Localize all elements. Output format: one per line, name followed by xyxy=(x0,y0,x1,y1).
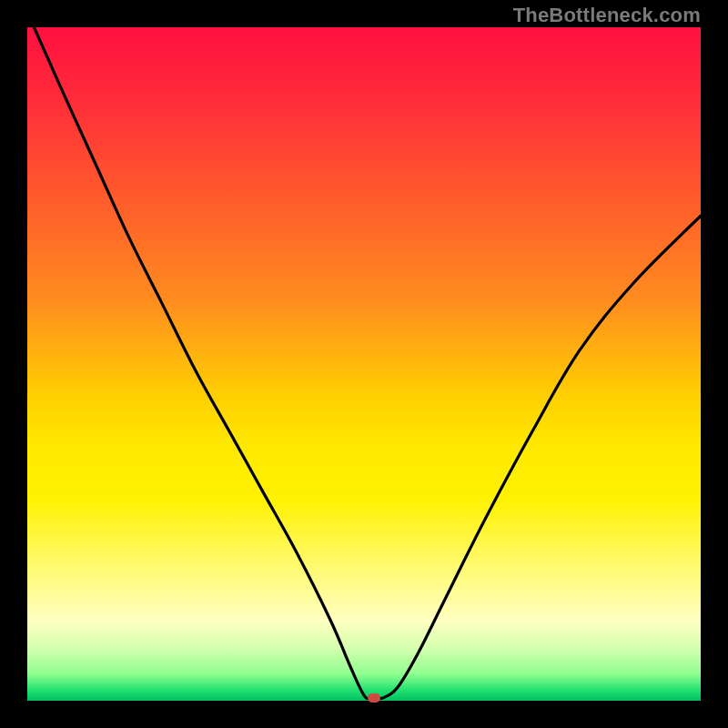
optimal-point-marker xyxy=(368,693,380,703)
chart-frame: TheBottleneck.com xyxy=(0,0,728,728)
gradient-plot-area xyxy=(27,27,701,701)
watermark-text: TheBottleneck.com xyxy=(513,4,701,27)
